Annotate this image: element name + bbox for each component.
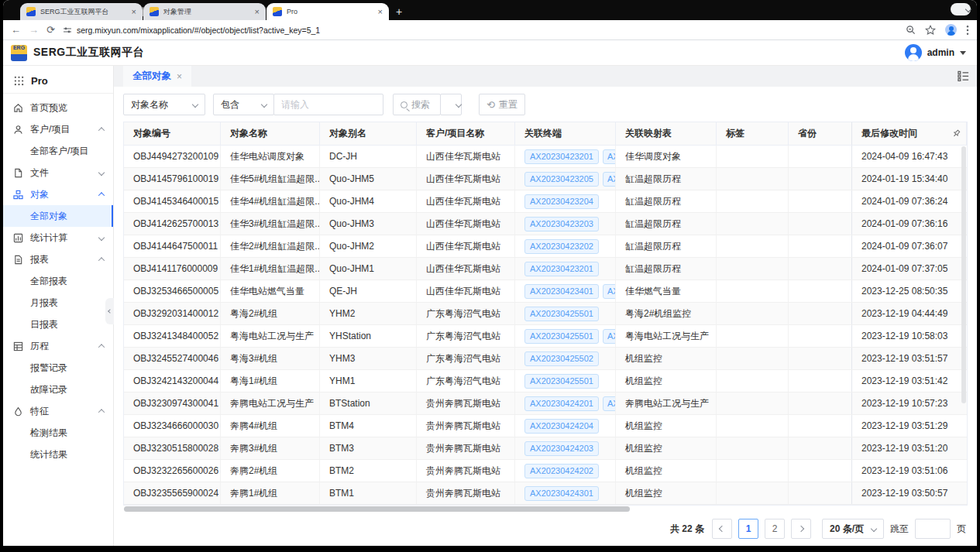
terminal-tag-truncated[interactable]: AX: [603, 149, 616, 164]
terminal-tag[interactable]: AX20230424201: [524, 396, 599, 411]
page-button-1[interactable]: 1: [738, 519, 758, 539]
terminal-tag-truncated[interactable]: AX: [603, 396, 616, 411]
terminal-tag[interactable]: AX20230424202: [524, 464, 599, 478]
terminal-tag[interactable]: AX20230424204: [524, 419, 599, 434]
search-button[interactable]: 搜索: [393, 94, 441, 115]
sidebar-item-特征[interactable]: 特征: [3, 400, 113, 422]
table-horizontal-scrollbar[interactable]: [124, 506, 967, 512]
table-vertical-scrollbar[interactable]: [961, 146, 966, 503]
search-input[interactable]: 请输入: [273, 94, 383, 115]
table-row[interactable]: OBJ3245527400046粤海3#机组YHM3广东粤海沼气电站AX2023…: [124, 348, 967, 370]
terminal-tag-truncated[interactable]: AX: [603, 284, 616, 299]
table-row[interactable]: OBJ3234666000030奔腾4#机组BTM4贵州奔腾瓦斯电站AX2023…: [124, 415, 967, 437]
chevron-left-icon: [108, 309, 112, 314]
forward-icon[interactable]: →: [29, 25, 39, 35]
terminal-tag[interactable]: AX20230423202: [524, 239, 599, 254]
table-row[interactable]: OBJ3230974300041奔腾电站工况与生产BTStation贵州奔腾瓦斯…: [124, 393, 967, 415]
browser-tab[interactable]: SERG工业互联网平台×: [20, 3, 143, 20]
cell-alias: YHM1: [320, 370, 417, 392]
browser-tab[interactable]: Pro×: [266, 3, 389, 20]
terminal-tag[interactable]: AX20230425502: [524, 351, 599, 366]
table-row[interactable]: OBJ4144647500011佳华2#机组缸温超限...Quo-JHM2山西佳…: [124, 235, 967, 258]
sidebar-item-报表[interactable]: 报表: [3, 249, 113, 270]
sidebar-item-全部报表[interactable]: 全部报表: [3, 270, 113, 292]
cell-text: YHM3: [329, 353, 355, 364]
sidebar-item-全部客户/项目[interactable]: 全部客户/项目: [3, 140, 113, 162]
sidebar-item-全部对象[interactable]: 全部对象: [3, 205, 113, 227]
table-row[interactable]: OBJ3230515800028奔腾3#机组BTM3贵州奔腾瓦斯电站AX2023…: [124, 437, 967, 460]
cell-mapping: 缸温超限历程: [616, 213, 717, 235]
table-row[interactable]: OBJ4141176000009佳华1#机组缸温超限...Quo-JHM1山西佳…: [124, 258, 967, 280]
pin-icon[interactable]: [951, 129, 961, 139]
page-button-2[interactable]: 2: [765, 519, 785, 539]
table-row[interactable]: OBJ3235565900024奔腾1#机组BTM1贵州奔腾瓦斯电站AX2023…: [124, 482, 967, 505]
sidebar-item-日报表[interactable]: 日报表: [3, 314, 113, 335]
terminal-tag[interactable]: AX20230423201: [524, 262, 599, 276]
terminal-tag[interactable]: AX20230423205: [524, 172, 599, 187]
browser-profile-icon[interactable]: [945, 24, 957, 36]
reload-icon[interactable]: ⟳: [46, 25, 55, 35]
reset-button[interactable]: ⟲ 重置: [479, 94, 525, 115]
table-row[interactable]: OBJ3242143200044粤海1#机组YHM1广东粤海沼气电站AX2023…: [124, 370, 967, 393]
sidebar-collapse-handle[interactable]: [105, 298, 114, 324]
sidebar-item-检测结果[interactable]: 检测结果: [3, 422, 113, 444]
table-row[interactable]: OBJ4145796100019佳华5#机组缸温超限...Quo-JHM5山西佳…: [124, 168, 967, 190]
tab-search-button[interactable]: [951, 3, 971, 15]
cell-text: Quo-JHM5: [329, 173, 374, 184]
tab-all-objects[interactable]: 全部对象 ×: [123, 66, 191, 87]
sidebar-item-历程[interactable]: 历程: [3, 335, 113, 357]
sidebar-item-月报表[interactable]: 月报表: [3, 292, 113, 314]
site-info-icon[interactable]: [63, 26, 72, 35]
tab-close-icon[interactable]: ×: [177, 71, 182, 82]
terminal-tag[interactable]: AX20230423201: [524, 149, 599, 164]
zoom-icon[interactable]: [906, 25, 916, 35]
sidebar-item-故障记录[interactable]: 故障记录: [3, 379, 113, 400]
terminal-tag[interactable]: AX20230424203: [524, 441, 599, 456]
table-row[interactable]: OBJ3253466500005佳华电站燃气当量QE-JH山西佳华瓦斯电站AX2…: [124, 280, 967, 303]
sidebar-item-报警记录[interactable]: 报警记录: [3, 357, 113, 379]
cell-text: 佳华1#机组缸温超限...: [230, 262, 320, 276]
user-menu[interactable]: admin: [905, 44, 966, 61]
close-icon[interactable]: ×: [132, 7, 136, 16]
sidebar-app-switcher[interactable]: Pro: [3, 69, 113, 94]
back-icon[interactable]: ←: [11, 25, 21, 35]
sidebar-item-对象[interactable]: 对象: [3, 183, 113, 205]
sidebar-item-首页预览[interactable]: 首页预览: [3, 97, 113, 118]
table-row[interactable]: OBJ3241348400052粤海电站工况与生产YHStation广东粤海沼气…: [124, 325, 967, 348]
page-size-select[interactable]: 20 条/页: [822, 519, 884, 539]
terminal-tag-truncated[interactable]: AX: [603, 172, 616, 187]
terminal-tag[interactable]: AX20230425501: [524, 307, 599, 321]
terminal-tag[interactable]: AX20230424301: [524, 486, 599, 501]
table-row[interactable]: OBJ4142625700013佳华3#机组缸温超限...Quo-JHM3山西佳…: [124, 213, 967, 235]
table-row[interactable]: OBJ3292031400012粤海2#机组YHM2广东粤海沼气电站AX2023…: [124, 303, 967, 325]
sidebar-item-统计计算[interactable]: 统计计算: [3, 227, 113, 249]
browser-menu-icon[interactable]: [966, 25, 969, 36]
next-page-button[interactable]: [791, 519, 811, 539]
table-row[interactable]: OBJ4145346400015佳华4#机组缸温超限...Quo-JHM4山西佳…: [124, 190, 967, 213]
terminal-tag[interactable]: AX20230423401: [524, 284, 599, 299]
cell-id: OBJ3241348400052: [124, 325, 221, 347]
jump-page-input[interactable]: [915, 519, 951, 539]
tab-list-button[interactable]: [958, 70, 969, 81]
new-tab-button[interactable]: +: [396, 5, 402, 18]
address-bar[interactable]: serg.mixyun.com/mixapplication/#/object/…: [63, 26, 898, 35]
close-icon[interactable]: ×: [255, 7, 260, 16]
bookmark-star-icon[interactable]: [925, 25, 936, 36]
search-dropdown-button[interactable]: [440, 94, 462, 115]
field-select[interactable]: 对象名称: [123, 94, 205, 115]
close-icon[interactable]: ×: [378, 7, 383, 16]
terminal-tag-truncated[interactable]: AX: [603, 329, 616, 344]
sidebar-item-统计结果[interactable]: 统计结果: [3, 444, 113, 465]
terminal-tag[interactable]: AX20230423204: [524, 194, 599, 209]
terminal-tag[interactable]: AX20230425501: [524, 374, 599, 389]
table-row[interactable]: OBJ4494273200109佳华电站调度对象DC-JH山西佳华瓦斯电站AX2…: [124, 146, 967, 168]
prev-page-button[interactable]: [712, 519, 732, 539]
table-row[interactable]: OBJ3232265600026奔腾2#机组BTM2贵州奔腾瓦斯电站AX2023…: [124, 460, 967, 482]
terminal-tag[interactable]: AX20230423203: [524, 217, 599, 231]
sidebar-item-文件[interactable]: 文件: [3, 162, 113, 183]
sidebar-item-客户/项目[interactable]: 客户/项目: [3, 118, 113, 140]
browser-tab[interactable]: 对象管理×: [143, 3, 266, 20]
cell-text: 机组监控: [625, 375, 662, 388]
operator-select[interactable]: 包含: [213, 94, 274, 115]
terminal-tag[interactable]: AX20230425501: [524, 329, 599, 344]
